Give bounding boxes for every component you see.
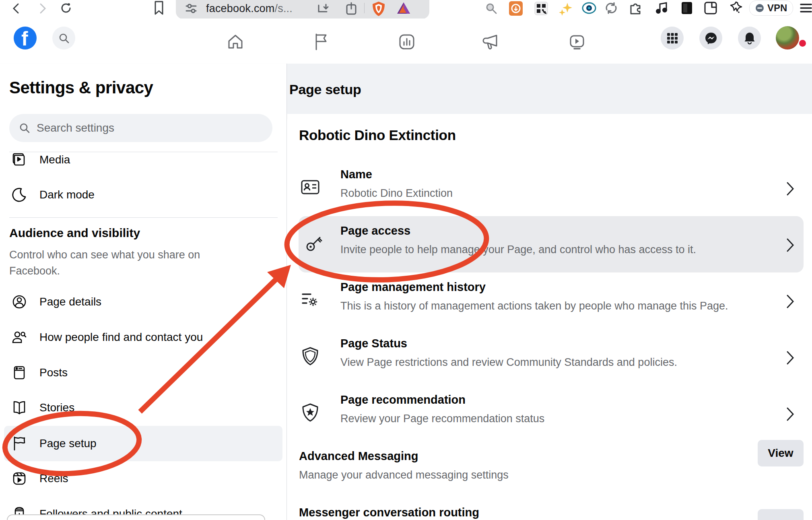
row-title: Page recommendation [340,393,466,407]
moon-icon [11,187,27,203]
sidebar-item-media[interactable]: Media [4,142,282,177]
section-subtitle: Manage your advanced messaging settings [299,469,509,481]
row-title: Name [340,168,372,181]
sidebar-item-page-setup[interactable]: Page setup [4,426,282,461]
share-icon[interactable] [345,2,357,15]
apps-grid-icon [667,33,678,44]
view-button-partial[interactable] [758,509,804,520]
section-title: Messenger conversation routing [299,506,479,519]
eye-extension-icon[interactable] [582,2,596,14]
shield-extension-icon[interactable] [371,1,386,17]
chevron-right-icon [786,182,795,196]
download-icon[interactable] [317,2,330,15]
profile-avatar[interactable] [776,26,799,50]
facebook-logo-letter: f [21,27,28,50]
bookmark-icon[interactable] [154,1,164,15]
row-subtitle: Invite people to help manage your Page, … [340,243,696,256]
section-heading: Audience and visibility [9,226,140,240]
row-title: Page access [340,224,410,237]
sidebar-item-label: Dark mode [39,188,95,201]
qr-extension-icon[interactable] [534,2,548,15]
ads-megaphone-icon[interactable] [482,33,500,51]
url-text[interactable]: facebook.com/s... [206,2,293,15]
posts-icon [11,365,27,381]
toolbar-separator [364,3,365,13]
search-icon [58,33,70,44]
video-icon[interactable] [568,33,586,51]
sparkles-extension-icon[interactable] [559,1,573,16]
music-extension-icon[interactable] [655,2,670,14]
flag-icon [11,435,27,452]
facebook-logo[interactable]: f [14,27,37,50]
sidebar-item-dark-mode[interactable]: Dark mode [4,177,282,213]
chevron-right-icon [786,407,795,421]
sidebar-item-label: Posts [39,366,68,379]
search-button[interactable] [52,27,75,50]
sidebar-item-posts[interactable]: Posts [4,355,282,390]
tune-icon[interactable] [185,2,197,14]
sidebar-item-how-people-find[interactable]: How people find and contact you [4,320,282,355]
sidebar-item-label: Stories [39,401,74,414]
facebook-header: f [0,19,812,64]
menu-icon[interactable] [800,2,812,14]
stories-book-icon [11,400,27,416]
page-setup-panel: Robotic Dino Extinction Name Robotic Din… [287,114,812,520]
section-description: Control who can see what you share on Fa… [9,247,210,279]
view-button[interactable]: View [758,440,804,466]
browser-toolbar: facebook.com/s... VPN [0,0,812,19]
messenger-button[interactable] [699,27,722,50]
row-page-access[interactable]: Page access Invite people to help manage… [299,216,804,272]
row-title: Page management history [340,281,486,294]
notifications-bell-icon [744,32,756,45]
page-title: Page setup [289,82,361,97]
sidebar-item-page-details[interactable]: Page details [4,284,282,320]
messenger-icon [705,32,717,45]
layout-extension-icon[interactable] [704,2,717,14]
reload-icon[interactable] [60,2,72,14]
refresh-extension-icon[interactable] [604,2,618,14]
chevron-right-icon [786,351,795,365]
apps-grid-button[interactable] [661,27,684,50]
sidebar-item-label: Media [39,153,70,166]
dark-square-extension-icon[interactable] [681,1,693,15]
sidebar-item-reels[interactable]: Reels [4,461,282,496]
row-page-management-history[interactable]: Page management history This is a histor… [299,272,804,329]
home-icon[interactable] [227,33,244,51]
row-name[interactable]: Name Robotic Dino Extinction [299,160,804,216]
sidebar-item-label: How people find and contact you [39,331,203,344]
search-extension-icon[interactable] [485,2,498,15]
divider [9,217,278,218]
shield-star-icon [300,402,320,423]
sidebar-item-label: Page setup [39,437,97,450]
media-icon [11,152,27,168]
search-settings-input[interactable]: Search settings [9,114,272,142]
puzzle-extension-icon[interactable] [629,2,642,14]
back-icon[interactable] [10,2,23,14]
row-subtitle: Robotic Dino Extinction [340,187,453,200]
reels-icon [11,470,27,487]
sidebar-item-label: Reels [39,472,68,485]
forward-icon[interactable] [36,2,48,14]
mail-extension-icon[interactable] [509,1,523,16]
shield-icon [300,346,320,366]
notifications-button[interactable] [738,27,761,50]
sidebar-item-label: Page details [39,295,101,308]
vpn-badge[interactable]: VPN [749,0,793,16]
row-messenger-routing: Messenger conversation routing [299,498,804,520]
insights-icon[interactable] [398,33,416,51]
vpn-status-icon [755,4,764,12]
history-gear-icon [300,290,320,310]
row-page-status[interactable]: Page Status View Page restrictions and r… [299,329,804,385]
search-icon [19,122,30,134]
sidebar-title: Settings & privacy [9,78,153,97]
search-placeholder: Search settings [37,122,114,134]
pages-flag-icon[interactable] [312,33,330,51]
row-advanced-messaging: Advanced Messaging Manage your advanced … [299,442,804,498]
row-page-recommendation[interactable]: Page recommendation Review your Page rec… [299,385,804,442]
chevron-right-icon [786,294,795,309]
row-subtitle: This is a history of management actions … [340,300,728,312]
triangle-extension-icon[interactable] [396,2,411,15]
person-search-icon [11,329,27,345]
spark-extension-icon[interactable] [729,1,743,15]
sidebar-item-stories[interactable]: Stories [4,390,282,425]
